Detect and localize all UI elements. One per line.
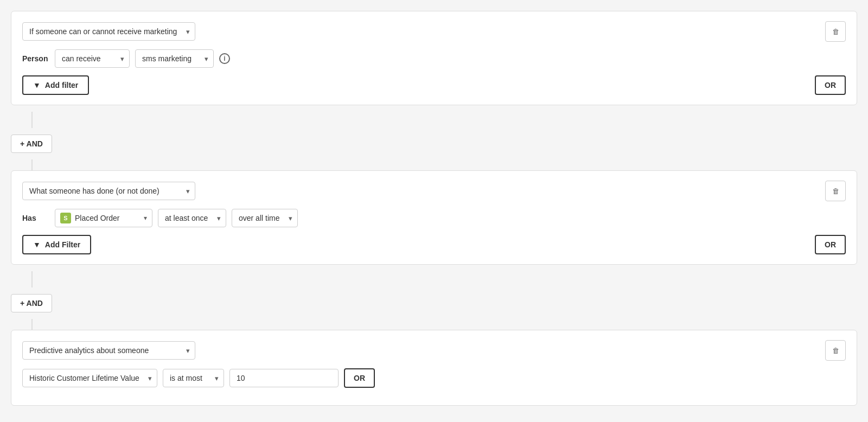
- or-button-2[interactable]: OR: [815, 235, 846, 254]
- filter-block-3: If someone can or cannot receive marketi…: [11, 330, 857, 406]
- filter-icon-1: ▼: [33, 81, 41, 89]
- and-btn-wrapper-2: + AND: [11, 294, 857, 312]
- and-line-below-2-inner: [31, 319, 33, 330]
- add-filter-button-1[interactable]: ▼ Add filter: [22, 75, 89, 95]
- marketing-type-select-wrapper: sms marketing email marketing push marke…: [135, 49, 214, 68]
- value-input[interactable]: [229, 369, 339, 387]
- filter-block-3-condition-wrapper: If someone can or cannot receive marketi…: [22, 341, 195, 360]
- add-filter-button-2[interactable]: ▼ Add Filter: [22, 235, 91, 254]
- time-select[interactable]: over all time in the last before after: [232, 209, 298, 227]
- condition-select-wrapper-3: If someone can or cannot receive marketi…: [22, 341, 195, 360]
- metric-select[interactable]: Historic Customer Lifetime Value Predict…: [22, 369, 157, 387]
- and-btn-wrapper-1: + AND: [11, 135, 857, 153]
- filter-icon-2: ▼: [33, 240, 41, 249]
- action-select[interactable]: Placed Order Viewed Product Added to Car…: [55, 209, 152, 227]
- and-connector-1: [11, 112, 857, 128]
- or-button-1[interactable]: OR: [815, 75, 846, 95]
- or-button-3[interactable]: OR: [344, 368, 375, 388]
- person-label: Person: [22, 54, 49, 63]
- operator-select-wrapper: is at most is at least equals is between: [163, 369, 224, 387]
- filter-block-1: If someone can or cannot receive marketi…: [11, 11, 857, 105]
- delete-button-2[interactable]: 🗑: [825, 181, 846, 201]
- metric-select-wrapper: Historic Customer Lifetime Value Predict…: [22, 369, 157, 387]
- and-line-below-1: [11, 159, 857, 170]
- and-line-2: [31, 271, 33, 287]
- info-icon-1[interactable]: i: [219, 53, 230, 64]
- condition-select-1[interactable]: If someone can or cannot receive marketi…: [22, 22, 195, 41]
- has-label: Has: [22, 214, 49, 222]
- frequency-select[interactable]: at least once zero times at most exactly: [158, 209, 226, 227]
- filter-block-1-condition-wrapper: If someone can or cannot receive marketi…: [22, 22, 195, 41]
- time-select-wrapper: over all time in the last before after: [232, 209, 298, 227]
- and-line-1: [31, 112, 33, 128]
- trash-icon-3: 🗑: [832, 347, 839, 355]
- marketing-type-select[interactable]: sms marketing email marketing push marke…: [135, 49, 214, 68]
- condition-select-wrapper-2: If someone can or cannot receive marketi…: [22, 182, 195, 200]
- operator-select[interactable]: is at most is at least equals is between: [163, 369, 224, 387]
- filter-row-1: Person can receive cannot receive sms ma…: [22, 49, 846, 68]
- filter-block-2-condition-wrapper: If someone can or cannot receive marketi…: [22, 182, 195, 200]
- and-connector-2: [11, 271, 857, 287]
- condition-select-wrapper-1: If someone can or cannot receive marketi…: [22, 22, 195, 41]
- frequency-select-wrapper: at least once zero times at most exactly: [158, 209, 226, 227]
- filter-row-3: Historic Customer Lifetime Value Predict…: [22, 368, 846, 388]
- filter-block-3-header: If someone can or cannot receive marketi…: [22, 340, 846, 361]
- filter-block-1-footer: ▼ Add filter OR: [22, 75, 846, 95]
- and-line-below-2: [11, 319, 857, 330]
- filter-block-1-header: If someone can or cannot receive marketi…: [22, 21, 846, 42]
- can-receive-select[interactable]: can receive cannot receive: [55, 49, 130, 68]
- trash-icon-1: 🗑: [832, 28, 839, 36]
- add-filter-label-1: Add filter: [45, 81, 78, 89]
- condition-select-2[interactable]: If someone can or cannot receive marketi…: [22, 182, 195, 200]
- and-button-2[interactable]: + AND: [11, 294, 52, 312]
- add-filter-label-2: Add Filter: [45, 240, 80, 249]
- filter-block-2-header: If someone can or cannot receive marketi…: [22, 181, 846, 201]
- can-receive-select-wrapper: can receive cannot receive: [55, 49, 130, 68]
- action-select-wrapper: S Placed Order Viewed Product Added to C…: [55, 209, 152, 227]
- filter-block-2-footer: ▼ Add Filter OR: [22, 235, 846, 254]
- filter-block-2: If someone can or cannot receive marketi…: [11, 170, 857, 265]
- and-button-1[interactable]: + AND: [11, 135, 52, 153]
- trash-icon-2: 🗑: [832, 187, 839, 195]
- delete-button-3[interactable]: 🗑: [825, 340, 846, 361]
- and-line-below-1-inner: [31, 159, 33, 170]
- delete-button-1[interactable]: 🗑: [825, 21, 846, 42]
- condition-select-3[interactable]: If someone can or cannot receive marketi…: [22, 341, 195, 360]
- filter-row-2: Has S Placed Order Viewed Product Added …: [22, 209, 846, 227]
